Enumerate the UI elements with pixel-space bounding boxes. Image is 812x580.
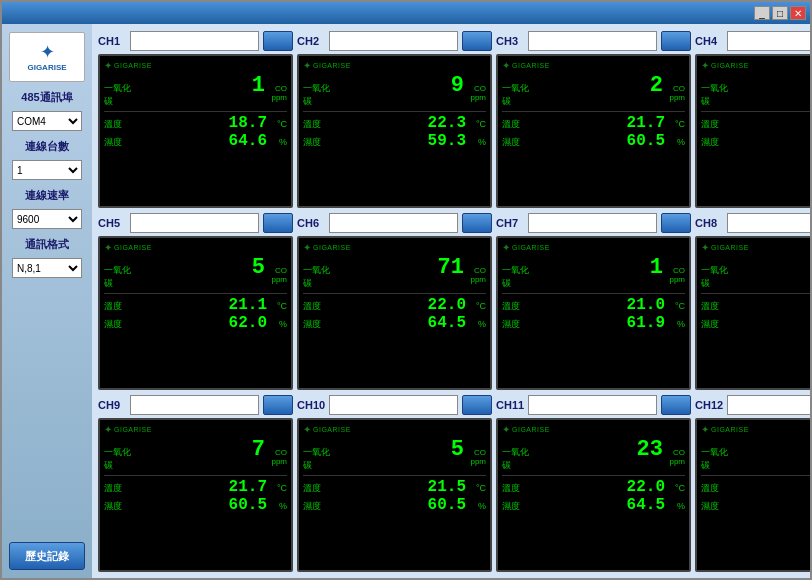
ch5-btn[interactable] — [263, 213, 293, 233]
ch5-label: CH5 — [98, 217, 126, 229]
ch4-hum-value: 61.9 — [727, 133, 810, 149]
ch12-monitor: ✦ GIGARISE 一氧化碳 0 COppm 溫度 0.0 °C — [695, 418, 810, 572]
ch11-btn[interactable] — [661, 395, 691, 415]
ch7-header: CH7 — [496, 212, 691, 234]
ch3-co-row: 一氧化碳 2 COppm — [502, 75, 685, 108]
ch8-temp-value: 0.0 — [727, 297, 810, 313]
ch10-btn[interactable] — [462, 395, 492, 415]
ch3-hum-row: 濕度 60.5 % — [502, 133, 685, 149]
ch3-temp-value: 21.7 — [528, 115, 665, 131]
ch9-btn[interactable] — [263, 395, 293, 415]
ch10-co-row: 一氧化碳 5 COppm — [303, 439, 486, 472]
ch12-temp-value: 0.0 — [727, 479, 810, 495]
channels-row-1: CH1 ✦ GIGARISE 一氧化碳 1 COppm — [98, 30, 810, 208]
ch5-input[interactable] — [130, 213, 259, 233]
ch12-temp-row: 溫度 0.0 °C — [701, 479, 810, 495]
ch4-temp-value: 21.0 — [727, 115, 810, 131]
channel-block-ch9: CH9 ✦ GIGARISE 一氧化碳 7 COppm — [98, 394, 293, 572]
ch11-hum-value: 64.5 — [528, 497, 665, 513]
ch10-hum-row: 濕度 60.5 % — [303, 497, 486, 513]
ch12-co-row: 一氧化碳 0 COppm — [701, 439, 810, 472]
ch3-monitor: ✦ GIGARISE 一氧化碳 2 COppm 溫度 21.7 °C — [496, 54, 691, 208]
ch12-header: CH12 — [695, 394, 810, 416]
baud-select[interactable]: 9600 — [12, 209, 82, 229]
ch12-input[interactable] — [727, 395, 810, 415]
ch4-brand: ✦ GIGARISE — [701, 60, 810, 71]
channels-row-2: CH5 ✦ GIGARISE 一氧化碳 5 COppm — [98, 212, 810, 390]
ch5-hum-value: 62.0 — [130, 315, 267, 331]
connect-count-label: 連線台數 — [25, 139, 69, 154]
ch8-input[interactable] — [727, 213, 810, 233]
ch9-input[interactable] — [130, 395, 259, 415]
ch7-input[interactable] — [528, 213, 657, 233]
ch12-label: CH12 — [695, 399, 723, 411]
channel-block-ch12: CH12 ✦ GIGARISE 一氧化碳 0 COppm — [695, 394, 810, 572]
ch1-label: CH1 — [98, 35, 126, 47]
ch6-co-value: 71 — [334, 257, 464, 279]
ch7-label: CH7 — [496, 217, 524, 229]
ch2-co-row: 一氧化碳 9 COppm — [303, 75, 486, 108]
ch2-co-value: 9 — [334, 75, 464, 97]
ch4-monitor: ✦ GIGARISE 一氧化碳 87 COppm 溫度 21.0 °C — [695, 54, 810, 208]
ch11-temp-row: 溫度 22.0 °C — [502, 479, 685, 495]
ch5-co-row: 一氧化碳 5 COppm — [104, 257, 287, 290]
ch8-brand: ✦ GIGARISE — [701, 242, 810, 253]
ch11-header: CH11 — [496, 394, 691, 416]
close-button[interactable]: ✕ — [790, 6, 806, 20]
ch5-header: CH5 — [98, 212, 293, 234]
count-select[interactable]: 1 — [12, 160, 82, 180]
logo-box: ✦ GIGARISE — [9, 32, 85, 82]
rs485-label: 485通訊埠 — [21, 90, 72, 105]
ch1-co-row: 一氧化碳 1 COppm — [104, 75, 287, 108]
com-select[interactable]: COM4 — [12, 111, 82, 131]
ch9-monitor: ✦ GIGARISE 一氧化碳 7 COppm 溫度 21.7 °C — [98, 418, 293, 572]
ch10-co-value: 5 — [334, 439, 464, 461]
ch6-header: CH6 — [297, 212, 492, 234]
ch10-input[interactable] — [329, 395, 458, 415]
ch12-hum-row: 濕度 0.0 % — [701, 497, 810, 513]
minimize-button[interactable]: _ — [754, 6, 770, 20]
format-select[interactable]: N,8,1 — [12, 258, 82, 278]
channels-row-3: CH9 ✦ GIGARISE 一氧化碳 7 COppm — [98, 394, 810, 572]
ch1-temp-row: 溫度 18.7 °C — [104, 115, 287, 131]
ch9-temp-value: 21.7 — [130, 479, 267, 495]
ch10-header: CH10 — [297, 394, 492, 416]
ch8-hum-value: 0.0 — [727, 315, 810, 331]
ch9-co-value: 7 — [135, 439, 265, 461]
ch1-co-value: 1 — [135, 75, 265, 97]
ch1-btn[interactable] — [263, 31, 293, 51]
ch2-monitor: ✦ GIGARISE 一氧化碳 9 COppm 溫度 22.3 °C — [297, 54, 492, 208]
main-window: _ □ ✕ ✦ GIGARISE 485通訊埠 COM4 連線台數 1 連線速率… — [0, 0, 812, 580]
ch9-label: CH9 — [98, 399, 126, 411]
channel-block-ch4: CH4 ✦ GIGARISE 一氧化碳 87 COppm — [695, 30, 810, 208]
ch5-monitor: ✦ GIGARISE 一氧化碳 5 COppm 溫度 21.1 °C — [98, 236, 293, 390]
ch8-co-row: 一氧化碳 9 COppm — [701, 257, 810, 290]
ch8-monitor: ✦ GIGARISE 一氧化碳 9 COppm 溫度 0.0 °C — [695, 236, 810, 390]
ch6-brand: ✦ GIGARISE — [303, 242, 486, 253]
ch2-hum-row: 濕度 59.3 % — [303, 133, 486, 149]
ch6-btn[interactable] — [462, 213, 492, 233]
ch5-brand: ✦ GIGARISE — [104, 242, 287, 253]
ch9-hum-row: 濕度 60.5 % — [104, 497, 287, 513]
ch2-input[interactable] — [329, 31, 458, 51]
ch1-hum-value: 64.6 — [130, 133, 267, 149]
ch7-temp-value: 21.0 — [528, 297, 665, 313]
ch6-input[interactable] — [329, 213, 458, 233]
ch2-temp-value: 22.3 — [329, 115, 466, 131]
sidebar: ✦ GIGARISE 485通訊埠 COM4 連線台數 1 連線速率 9600 … — [2, 24, 92, 578]
ch7-brand: ✦ GIGARISE — [502, 242, 685, 253]
history-button[interactable]: 歷史記錄 — [9, 542, 85, 570]
maximize-button[interactable]: □ — [772, 6, 788, 20]
channel-block-ch11: CH11 ✦ GIGARISE 一氧化碳 23 COppm — [496, 394, 691, 572]
ch9-hum-value: 60.5 — [130, 497, 267, 513]
ch3-btn[interactable] — [661, 31, 691, 51]
main-area: ✦ GIGARISE 485通訊埠 COM4 連線台數 1 連線速率 9600 … — [2, 24, 810, 578]
ch9-brand: ✦ GIGARISE — [104, 424, 287, 435]
ch6-label: CH6 — [297, 217, 325, 229]
ch1-input[interactable] — [130, 31, 259, 51]
ch3-input[interactable] — [528, 31, 657, 51]
ch11-input[interactable] — [528, 395, 657, 415]
ch4-input[interactable] — [727, 31, 810, 51]
ch2-btn[interactable] — [462, 31, 492, 51]
ch7-btn[interactable] — [661, 213, 691, 233]
